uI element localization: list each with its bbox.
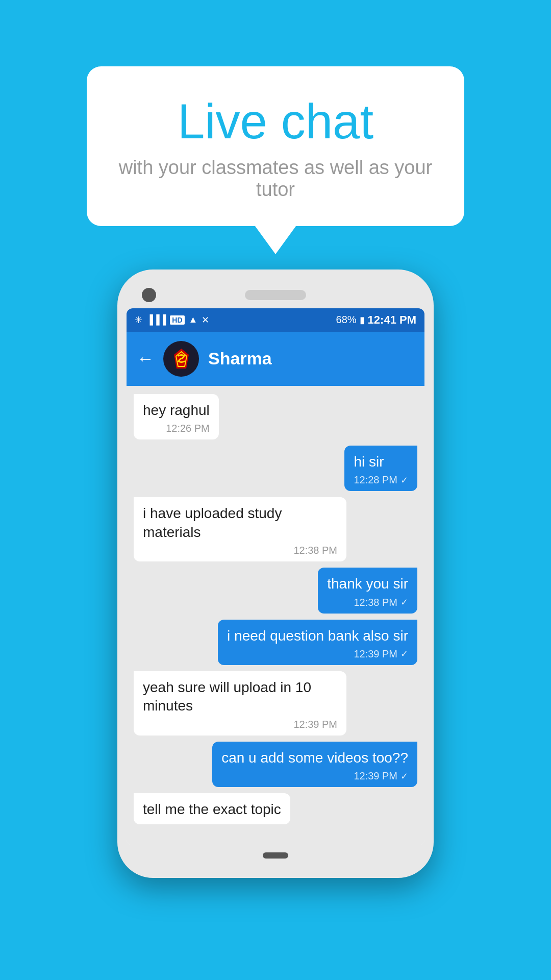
phone-outer: ✳ ▐▐▐ HD ▲ ✕ 68% ▮ 12:41 PM ← <box>117 270 434 878</box>
message-text: hi sir <box>354 453 408 471</box>
message-row: tell me the exact topic <box>134 793 417 824</box>
message-time: 12:28 PM <box>354 474 397 486</box>
message-row: hi sir12:28 PM✓ <box>134 446 417 491</box>
message-bubble: i need question bank also sir12:39 PM✓ <box>218 620 417 665</box>
status-bar: ✳ ▐▐▐ HD ▲ ✕ 68% ▮ 12:41 PM <box>127 308 424 332</box>
phone-speaker <box>245 290 306 300</box>
chat-area[interactable]: hey raghul12:26 PMhi sir12:28 PM✓i have … <box>127 386 424 845</box>
avatar <box>163 341 199 377</box>
message-row: yeah sure will upload in 10 minutes12:39… <box>134 671 417 736</box>
bluetooth-icon: ✳ <box>135 314 142 326</box>
message-row: i have uploaded study materials12:38 PM <box>134 497 417 561</box>
message-time: 12:39 PM <box>354 770 397 782</box>
speech-bubble: Live chat with your classmates as well a… <box>87 66 464 226</box>
message-row: thank you sir12:38 PM✓ <box>134 568 417 613</box>
message-meta: 12:38 PM <box>143 545 337 556</box>
hd-icon: HD <box>170 315 184 325</box>
message-time: 12:38 PM <box>293 545 337 556</box>
status-bar-right: 68% ▮ 12:41 PM <box>336 313 416 327</box>
check-mark-icon: ✓ <box>400 648 408 659</box>
message-row: hey raghul12:26 PM <box>134 394 417 439</box>
check-mark-icon: ✓ <box>400 475 408 486</box>
battery-icon: ▮ <box>360 314 365 326</box>
message-time: 12:39 PM <box>293 719 337 730</box>
message-text: thank you sir <box>327 575 408 593</box>
signal-icon: ▐▐▐ <box>146 314 166 325</box>
message-bubble: thank you sir12:38 PM✓ <box>318 568 417 613</box>
message-meta: 12:38 PM✓ <box>327 597 408 608</box>
message-text: hey raghul <box>143 401 210 420</box>
status-bar-left: ✳ ▐▐▐ HD ▲ ✕ <box>135 314 209 326</box>
phone-bottom <box>127 845 424 869</box>
live-chat-title: Live chat <box>117 94 434 149</box>
message-text: i need question bank also sir <box>227 627 408 645</box>
app-header: ← Sharma <box>127 332 424 386</box>
phone-camera <box>142 288 156 302</box>
superman-icon <box>167 345 195 373</box>
wifi-icon: ▲ <box>189 314 198 325</box>
message-text: tell me the exact topic <box>143 800 281 819</box>
message-text: i have uploaded study materials <box>143 504 337 542</box>
bubble-tail <box>255 226 296 254</box>
message-meta: 12:28 PM✓ <box>354 474 408 486</box>
speech-bubble-container: Live chat with your classmates as well a… <box>87 66 464 254</box>
message-meta: 12:26 PM <box>143 423 210 434</box>
message-time: 12:39 PM <box>354 648 397 660</box>
message-bubble: tell me the exact topic <box>134 793 290 824</box>
home-button[interactable] <box>263 852 288 859</box>
battery-percent: 68% <box>336 314 357 326</box>
message-bubble: yeah sure will upload in 10 minutes12:39… <box>134 671 346 736</box>
message-text: yeah sure will upload in 10 minutes <box>143 678 337 716</box>
phone-top <box>127 279 424 308</box>
data-icon: ✕ <box>202 314 209 326</box>
live-chat-subtitle: with your classmates as well as your tut… <box>117 157 434 201</box>
message-time: 12:38 PM <box>354 597 397 608</box>
message-meta: 12:39 PM <box>143 719 337 730</box>
message-meta: 12:39 PM✓ <box>227 648 408 660</box>
phone-mockup: ✳ ▐▐▐ HD ▲ ✕ 68% ▮ 12:41 PM ← <box>117 270 434 878</box>
message-text: can u add some videos too?? <box>221 749 408 767</box>
message-bubble: i have uploaded study materials12:38 PM <box>134 497 346 561</box>
back-button[interactable]: ← <box>137 349 154 369</box>
status-time: 12:41 PM <box>368 313 416 327</box>
message-bubble: can u add some videos too??12:39 PM✓ <box>212 742 417 787</box>
message-row: can u add some videos too??12:39 PM✓ <box>134 742 417 787</box>
check-mark-icon: ✓ <box>400 597 408 608</box>
message-bubble: hi sir12:28 PM✓ <box>344 446 417 491</box>
phone-screen: ✳ ▐▐▐ HD ▲ ✕ 68% ▮ 12:41 PM ← <box>127 308 424 845</box>
message-time: 12:26 PM <box>166 423 210 434</box>
check-mark-icon: ✓ <box>400 771 408 782</box>
message-row: i need question bank also sir12:39 PM✓ <box>134 620 417 665</box>
message-bubble: hey raghul12:26 PM <box>134 394 219 439</box>
contact-name: Sharma <box>208 349 272 369</box>
message-meta: 12:39 PM✓ <box>221 770 408 782</box>
